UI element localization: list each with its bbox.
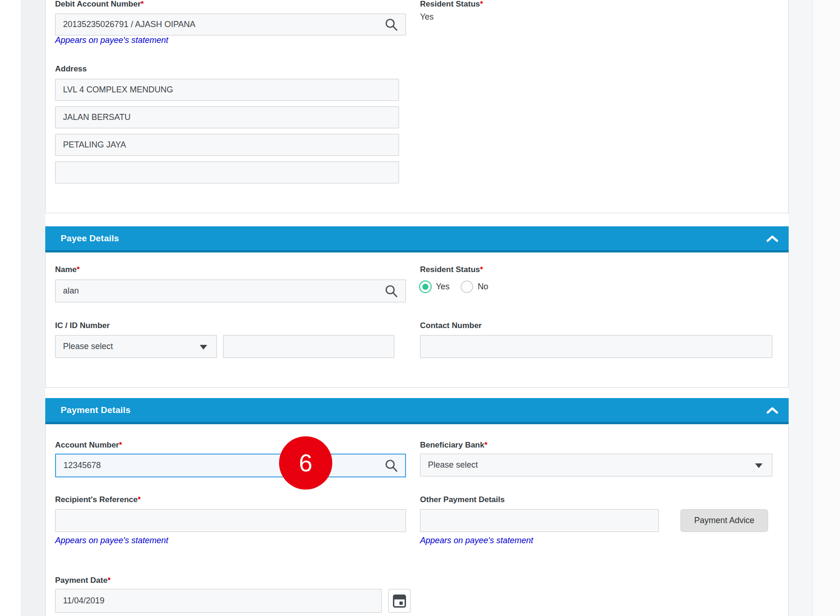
search-icon[interactable] xyxy=(384,17,399,32)
account-number-input[interactable] xyxy=(55,454,406,477)
payment-date-label-text: Payment Date xyxy=(55,576,107,585)
address-line-1-input[interactable] xyxy=(55,79,399,101)
required-asterisk: * xyxy=(480,265,483,274)
address-line-4-input[interactable] xyxy=(55,161,399,183)
payee-details-header[interactable]: Payee Details xyxy=(45,226,789,252)
required-asterisk: * xyxy=(484,441,488,449)
contact-number-input[interactable] xyxy=(420,335,772,358)
search-icon[interactable] xyxy=(384,458,399,473)
payee-details-card xyxy=(45,252,789,388)
beneficiary-bank-select[interactable]: Please select xyxy=(420,454,772,476)
recipients-reference-input[interactable] xyxy=(55,509,406,532)
account-number-label-text: Account Number xyxy=(55,441,119,449)
other-payment-details-input[interactable] xyxy=(420,509,659,532)
resident-status-top-label: Resident Status* xyxy=(420,0,483,9)
account-number-label: Account Number* xyxy=(55,441,122,450)
required-asterisk: * xyxy=(480,0,483,8)
ic-id-number-input[interactable] xyxy=(223,335,394,358)
payment-form-page: Debit Account Number* Appears on payee's… xyxy=(0,0,840,616)
radio-no[interactable] xyxy=(461,280,473,293)
calendar-button[interactable] xyxy=(388,589,411,613)
ic-id-number-label: IC / ID Number xyxy=(55,321,110,330)
debit-statement-hint-link[interactable]: Appears on payee's statement xyxy=(55,35,168,45)
radio-no-label[interactable]: No xyxy=(477,282,488,292)
payee-details-title: Payee Details xyxy=(61,233,119,244)
required-asterisk: * xyxy=(141,0,144,8)
required-asterisk: * xyxy=(107,576,111,585)
ic-type-select[interactable]: Please select xyxy=(55,335,217,358)
address-label: Address xyxy=(55,64,87,74)
debit-account-label-text: Debit Account Number xyxy=(55,0,141,8)
left-gutter xyxy=(21,0,45,616)
payment-advice-button[interactable]: Payment Advice xyxy=(680,509,768,532)
payment-details-header[interactable]: Payment Details xyxy=(45,398,789,424)
payment-details-title: Payment Details xyxy=(61,405,131,415)
resident-status-top-value: Yes xyxy=(420,12,434,22)
caret-down-icon xyxy=(200,345,207,350)
payee-name-label: Name* xyxy=(55,265,80,274)
right-margin xyxy=(813,0,840,616)
address-line-3-input[interactable] xyxy=(55,134,399,156)
payee-resident-status-label: Resident Status* xyxy=(420,265,483,274)
other-statement-hint-link[interactable]: Appears on payee's statement xyxy=(420,536,533,546)
required-asterisk: * xyxy=(138,495,141,504)
ic-type-select-value: Please select xyxy=(63,342,113,351)
chevron-up-icon[interactable] xyxy=(766,406,778,414)
payment-date-label: Payment Date* xyxy=(55,576,111,585)
required-asterisk: * xyxy=(119,441,122,449)
radio-yes-label[interactable]: Yes xyxy=(436,282,449,292)
calendar-icon xyxy=(392,593,406,609)
beneficiary-bank-label: Beneficiary Bank* xyxy=(420,441,488,450)
payee-name-label-text: Name xyxy=(55,265,77,274)
debit-account-input[interactable] xyxy=(55,14,406,35)
caret-down-icon xyxy=(755,463,763,468)
recipients-reference-label-text: Recipient's Reference xyxy=(55,495,138,504)
radio-yes[interactable] xyxy=(419,280,432,293)
search-icon[interactable] xyxy=(384,284,399,299)
reference-statement-hint-link[interactable]: Appears on payee's statement xyxy=(55,536,168,546)
resident-status-radio-group: Yes No xyxy=(419,280,499,293)
beneficiary-bank-label-text: Beneficiary Bank xyxy=(420,441,484,449)
debit-account-label: Debit Account Number* xyxy=(55,0,144,9)
beneficiary-bank-select-value: Please select xyxy=(428,460,478,470)
payee-resident-status-label-text: Resident Status xyxy=(420,265,480,274)
resident-status-top-label-text: Resident Status xyxy=(420,0,480,8)
other-payment-details-label: Other Payment Details xyxy=(420,495,504,504)
required-asterisk: * xyxy=(77,265,80,274)
payment-date-input[interactable] xyxy=(55,589,382,613)
address-line-2-input[interactable] xyxy=(55,106,399,128)
recipients-reference-label: Recipient's Reference* xyxy=(55,495,141,504)
contact-number-label: Contact Number xyxy=(420,321,482,330)
step-6-annotation-badge: 6 xyxy=(279,436,332,490)
payee-name-input[interactable] xyxy=(55,280,406,302)
chevron-up-icon[interactable] xyxy=(766,235,778,242)
right-gutter xyxy=(789,0,813,616)
